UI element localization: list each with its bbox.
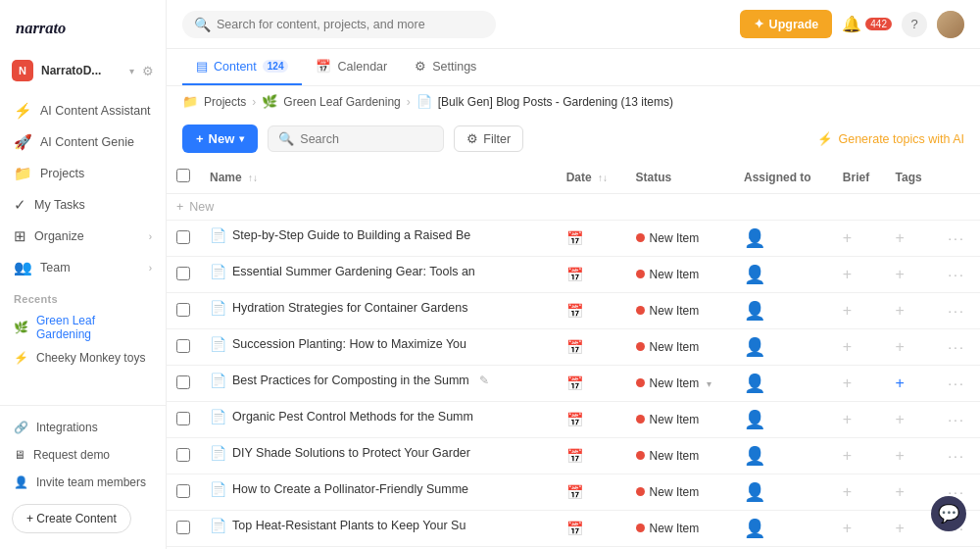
row-name[interactable]: Succession Planting: How to Maximize You <box>232 337 466 351</box>
row-checkbox[interactable] <box>176 267 190 280</box>
breadcrumb-projects[interactable]: Projects <box>204 95 246 109</box>
new-row-trigger[interactable]: + New <box>167 194 980 221</box>
add-brief-icon[interactable]: + <box>843 338 852 355</box>
assign-user-icon[interactable]: 👤 <box>744 446 765 466</box>
workspace-settings-icon[interactable]: ⚙ <box>142 64 154 78</box>
notifications-button[interactable]: 🔔 442 <box>842 15 892 33</box>
row-name[interactable]: Essential Summer Gardening Gear: Tools a… <box>232 265 475 278</box>
global-search-input[interactable] <box>217 18 484 31</box>
chat-bubble-button[interactable]: 💬 <box>931 496 966 531</box>
create-content-button[interactable]: + Create Content <box>12 504 131 533</box>
sidebar-item-request-demo[interactable]: 🖥 Request demo <box>0 441 166 469</box>
tab-content[interactable]: ▤ Content 124 <box>182 49 302 85</box>
breadcrumb-green-leaf[interactable]: Green Leaf Gardening <box>283 95 400 109</box>
row-name[interactable]: How to Create a Pollinator-Friendly Summ… <box>232 482 468 496</box>
more-options-icon[interactable]: ··· <box>948 339 965 355</box>
status-badge[interactable]: New Item <box>636 413 700 426</box>
status-badge[interactable]: New Item <box>636 376 700 390</box>
sidebar-item-projects[interactable]: 📁 Projects <box>0 158 166 189</box>
row-checkbox[interactable] <box>176 303 190 317</box>
more-options-icon[interactable]: ··· <box>948 448 965 464</box>
calendar-icon[interactable]: 📅 <box>566 484 583 500</box>
sidebar-item-invite-team[interactable]: 👤 Invite team members <box>0 469 166 496</box>
new-button[interactable]: + New ▾ <box>182 125 258 153</box>
add-brief-icon[interactable]: + <box>843 411 852 427</box>
calendar-icon[interactable]: 📅 <box>566 267 583 282</box>
row-checkbox[interactable] <box>176 448 190 462</box>
row-checkbox[interactable] <box>176 339 190 353</box>
add-brief-icon[interactable]: + <box>843 483 852 500</box>
calendar-icon[interactable]: 📅 <box>566 230 583 246</box>
add-brief-icon[interactable]: + <box>843 447 852 464</box>
add-tag-icon[interactable]: + <box>896 229 905 246</box>
row-name[interactable]: Best Practices for Composting in the Sum… <box>232 374 469 387</box>
calendar-icon[interactable]: 📅 <box>566 303 583 319</box>
add-tag-icon[interactable]: + <box>896 302 905 319</box>
sidebar-item-ai-genie[interactable]: 🚀 AI Content Genie <box>0 126 166 158</box>
calendar-icon[interactable]: 📅 <box>566 412 583 427</box>
status-badge[interactable]: New Item <box>636 449 700 463</box>
status-badge[interactable]: New Item <box>636 268 700 281</box>
status-badge[interactable]: New Item <box>636 340 700 354</box>
add-tag-icon[interactable]: + <box>896 483 905 500</box>
assign-user-icon[interactable]: 👤 <box>744 228 765 248</box>
assign-user-icon[interactable]: 👤 <box>744 301 765 321</box>
add-tag-icon[interactable]: + <box>896 447 905 464</box>
row-checkbox[interactable] <box>176 484 190 498</box>
assign-user-icon[interactable]: 👤 <box>744 410 765 429</box>
add-brief-icon[interactable]: + <box>843 229 852 246</box>
row-checkbox[interactable] <box>176 375 190 389</box>
sidebar-item-ai-assistant[interactable]: ⚡ AI Content Assistant <box>0 95 166 126</box>
status-badge[interactable]: New Item <box>636 522 700 535</box>
tab-settings[interactable]: ⚙ Settings <box>401 49 490 85</box>
col-name[interactable]: Name ↑↓ <box>200 161 557 194</box>
sidebar-recent-cheeky-monkey[interactable]: ⚡ Cheeky Monkey toys <box>0 346 166 370</box>
add-tag-icon[interactable]: + <box>896 338 905 355</box>
more-options-icon[interactable]: ··· <box>948 375 965 391</box>
tab-calendar[interactable]: 📅 Calendar <box>302 49 401 85</box>
sidebar-item-my-tasks[interactable]: ✓ My Tasks <box>0 189 166 221</box>
avatar[interactable] <box>937 11 964 38</box>
add-tag-icon[interactable]: + <box>896 411 905 427</box>
assign-user-icon[interactable]: 👤 <box>744 519 765 538</box>
add-brief-icon[interactable]: + <box>843 520 852 536</box>
assign-user-icon[interactable]: 👤 <box>744 337 765 357</box>
content-search-input[interactable] <box>300 132 433 146</box>
more-options-icon[interactable]: ··· <box>948 230 965 246</box>
sidebar-item-organize[interactable]: ⊞ Organize › <box>0 221 166 252</box>
more-options-icon[interactable]: ··· <box>948 267 965 282</box>
edit-icon[interactable]: ✎ <box>479 374 489 387</box>
add-brief-icon[interactable]: + <box>843 266 852 282</box>
workspace-selector[interactable]: N NarratoD... ▾ ⚙ <box>0 54 166 87</box>
add-brief-icon[interactable]: + <box>843 374 852 391</box>
status-badge[interactable]: New Item <box>636 231 700 245</box>
chevron-down-icon[interactable]: ▾ <box>707 378 711 389</box>
col-date[interactable]: Date ↑↓ <box>557 161 626 194</box>
assign-user-icon[interactable]: 👤 <box>744 374 765 393</box>
calendar-icon[interactable]: 📅 <box>566 521 583 536</box>
content-search[interactable]: 🔍 <box>268 125 444 152</box>
row-name[interactable]: Top Heat-Resistant Plants to Keep Your S… <box>232 519 466 532</box>
add-tag-icon[interactable]: + <box>896 520 905 536</box>
row-name[interactable]: Hydration Strategies for Container Garde… <box>232 301 467 315</box>
sidebar-item-team[interactable]: 👥 Team › <box>0 252 166 283</box>
sidebar-item-integrations[interactable]: 🔗 Integrations <box>0 414 166 441</box>
assign-user-icon[interactable]: 👤 <box>744 265 765 284</box>
filter-button[interactable]: ⚙ Filter <box>454 125 523 152</box>
calendar-icon[interactable]: 📅 <box>566 448 583 464</box>
generate-topics-button[interactable]: ⚡ Generate topics with AI <box>817 131 964 146</box>
more-options-icon[interactable]: ··· <box>948 303 965 319</box>
status-badge[interactable]: New Item <box>636 304 700 318</box>
row-name[interactable]: Step-by-Step Guide to Building a Raised … <box>232 228 470 242</box>
global-search-bar[interactable]: 🔍 <box>182 11 496 38</box>
new-row-button[interactable]: + New <box>167 194 980 220</box>
row-name[interactable]: DIY Shade Solutions to Protect Your Gard… <box>232 446 470 460</box>
row-name[interactable]: Organic Pest Control Methods for the Sum… <box>232 410 473 424</box>
more-options-icon[interactable]: ··· <box>948 412 965 427</box>
status-badge[interactable]: New Item <box>636 485 700 499</box>
assign-user-icon[interactable]: 👤 <box>744 482 765 502</box>
add-brief-icon[interactable]: + <box>843 302 852 319</box>
upgrade-button[interactable]: ✦ Upgrade <box>740 10 833 38</box>
row-checkbox[interactable] <box>176 412 190 425</box>
row-checkbox[interactable] <box>176 521 190 534</box>
